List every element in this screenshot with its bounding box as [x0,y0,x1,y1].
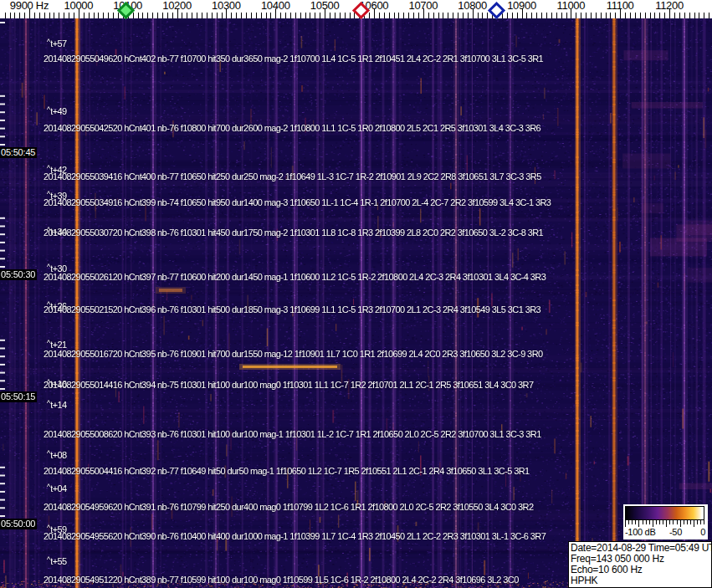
frequency-tick [684,13,685,18]
frequency-tick [5,13,6,18]
frequency-tick [231,13,232,18]
frequency-tick [350,13,351,18]
frequency-tick [246,13,247,18]
event-log-line: 20140829054959620 hCnt391 nb-76 f10799 h… [44,502,533,512]
time-label: 05:50:45 [0,147,37,158]
colorbar-tick [649,520,650,524]
caret-icon: ^ [47,38,50,46]
caret-icon: ^ [47,105,50,114]
colorbar-max-label: 0 [700,527,705,537]
frequency-tick [482,13,483,18]
frequency-tick [44,13,45,18]
event-log-line: 20140829055004416 hCnt392 nb-77 f10649 h… [44,466,530,476]
frequency-tick [330,13,330,18]
event-log-line: 20140829055008620 hCnt393 nb-76 f10301 h… [44,429,541,439]
frequency-tick [659,13,660,18]
frequency-tick [694,13,695,18]
frequency-tick [24,13,25,18]
frequency-tick [94,13,95,18]
frequency-tick [576,13,576,18]
frequency-tick [556,13,557,18]
frequency-tick [704,13,704,18]
frequency-tick [674,13,675,18]
frequency-tick [394,13,395,18]
colorbar-tick [632,520,633,524]
colorbar-tick [653,520,653,527]
frequency-tick [541,13,542,18]
frequency-tick [192,13,192,18]
frequency-tick [561,13,562,18]
frequency-tick [133,13,134,18]
event-time-marker: ^t+04 [47,483,67,493]
event-log-line: 20140829054951220 hCnt389 nb-77 f10599 h… [44,575,519,585]
event-time-marker: ^t+49 [47,105,67,116]
frequency-tick [512,13,513,18]
frequency-tick [103,13,104,18]
frequency-tick [433,13,434,18]
frequency-tick [157,13,158,18]
frequency-tick [256,13,257,18]
frequency-tick [320,13,320,18]
frequency-tick [625,13,626,18]
frequency-tick [290,13,291,18]
frequency-tick [172,13,173,18]
event-time-marker: ^t+14 [47,399,67,410]
frequency-tick [34,13,35,18]
frequency-tick [566,13,567,18]
frequency-tick [345,13,346,18]
frequency-tick [526,13,527,18]
frequency-tick-label: 9900 Hz [3,0,56,12]
frequency-tick [591,13,592,18]
frequency-tick [601,13,602,18]
colorbar-ticks [625,520,704,527]
frequency-tick [581,13,581,18]
frequency-tick [586,13,587,18]
event-log-line: 20140829055026120 hCnt397 nb-77 f10600 h… [44,272,546,282]
frequency-tick [182,13,182,18]
frequency-tick-label: 11000 [544,0,597,12]
event-log-line: 20140829055016720 hCnt395 nb-76 f10901 h… [44,349,543,359]
event-log-line: 20140829055014416 hCnt394 nb-75 f10301 h… [44,380,533,390]
frequency-tick [458,13,458,18]
frequency-tick [650,13,651,18]
colorbar-tick [673,520,674,524]
frequency-tick [212,13,213,18]
colorbar-tick [669,520,670,524]
caret-icon: ^ [47,483,50,491]
frequency-tick [596,13,597,18]
event-log-line: 20140829055034916 hCnt399 nb-74 f10650 h… [44,197,551,207]
frequency-tick [640,13,641,18]
frequency-tick [64,13,64,18]
frequency-tick [635,13,636,18]
colorbar-tick [687,520,688,524]
frequency-tick [261,13,262,18]
frequency-tick [699,13,699,18]
frequency-tick [202,13,202,18]
info-station-code: HPHK [571,575,711,586]
frequency-tick [74,13,74,18]
event-log-line: 20140829055042520 hCnt401 nb-76 f10800 h… [44,123,540,133]
colorbar-tick [680,520,681,527]
frequency-tick [108,13,109,18]
colorbar-tick [684,520,684,524]
colorbar-tick [697,520,698,524]
frequency-tick [315,13,315,18]
event-time-marker: ^t+08 [47,449,67,460]
frequency-tick [463,13,464,18]
frequency-tick [630,13,631,18]
frequency-tick [384,13,385,18]
colorbar-tick [659,520,660,524]
event-log-line: 20140829055049620 hCnt402 nb-77 f10700 h… [44,54,543,64]
frequency-tick [443,13,443,18]
event-time-marker: ^t+57 [47,38,67,49]
colorbar-tick [643,520,643,524]
frequency-tick [468,13,469,18]
frequency-tick [207,13,207,18]
frequency-tick [379,13,380,18]
frequency-tick [453,13,453,18]
frequency-tick [251,13,252,18]
frequency-tick [418,13,419,18]
frequency-tick [645,13,646,18]
caret-icon: ^ [47,263,50,271]
event-log-line: 20140829055021520 hCnt396 nb-76 f10301 h… [44,304,540,314]
